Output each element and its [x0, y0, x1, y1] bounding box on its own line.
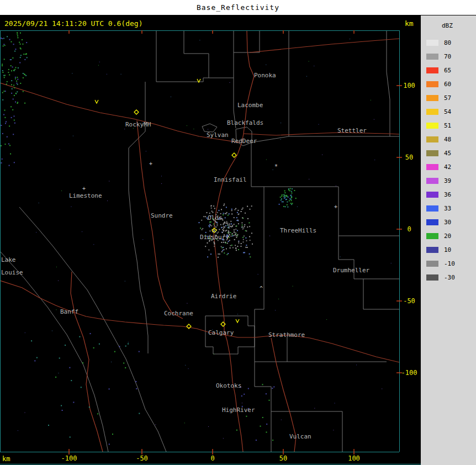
echo-pixel	[59, 373, 59, 373]
echo-pixel	[208, 129, 208, 130]
echo-pixel	[336, 186, 336, 186]
echo-pixel	[58, 281, 59, 281]
echo-pixel	[14, 115, 15, 117]
echo-pixel	[246, 245, 247, 246]
echo-pixel	[247, 206, 248, 207]
echo-pixel	[226, 254, 228, 255]
echo-pixel	[225, 217, 226, 218]
echo-pixel	[146, 151, 146, 151]
echo-pixel	[61, 405, 62, 406]
echo-pixel	[306, 76, 307, 77]
echo-pixel	[248, 222, 250, 223]
echo-pixel	[281, 200, 282, 201]
echo-pixel	[234, 229, 235, 230]
echo-pixel	[237, 246, 238, 247]
echo-pixel	[229, 240, 230, 241]
legend-color-swatch	[426, 95, 438, 101]
echo-pixel	[10, 65, 12, 66]
echo-pixel	[221, 246, 222, 247]
echo-pixel	[250, 240, 251, 241]
echo-pixel	[107, 200, 108, 201]
echo-pixel	[24, 73, 25, 75]
echo-pixel	[12, 88, 13, 89]
echo-pixel	[231, 210, 232, 211]
city-label: Louise	[1, 269, 23, 276]
echo-pixel	[314, 408, 315, 409]
echo-pixel	[222, 250, 223, 251]
echo-pixel	[218, 231, 219, 232]
echo-pixel	[1, 125, 2, 126]
echo-pixel	[142, 239, 143, 240]
echo-pixel	[292, 203, 293, 204]
echo-pixel	[4, 77, 5, 78]
echo-pixel	[4, 75, 6, 76]
county-boundary	[271, 411, 342, 452]
city-label: Calgary	[208, 329, 234, 336]
echo-pixel	[5, 91, 6, 92]
echo-pixel	[3, 45, 4, 46]
echo-pixel	[14, 51, 15, 52]
echo-pixel	[2, 99, 3, 101]
echo-pixel	[242, 237, 244, 238]
echo-pixel	[185, 365, 186, 366]
echo-pixel	[243, 228, 244, 229]
echo-pixel	[71, 207, 72, 207]
echo-pixel	[55, 377, 56, 378]
radar-echo-cluster	[199, 204, 253, 258]
map-symbol: +	[82, 186, 86, 192]
echo-pixel	[309, 179, 309, 179]
echo-pixel	[218, 257, 219, 258]
echo-pixel	[10, 106, 12, 107]
echo-pixel	[228, 226, 229, 228]
echo-pixel	[236, 217, 237, 218]
echo-pixel	[17, 91, 18, 92]
echo-pixel	[20, 44, 21, 45]
echo-pixel	[221, 247, 223, 249]
window-title: Base_Reflectivity	[197, 3, 279, 12]
echo-pixel	[241, 246, 242, 247]
color-scale-panel: dBZ 80706560575451484542393633302010-10-…	[421, 15, 476, 465]
echo-pixel	[119, 346, 120, 347]
city-label: Airdrie	[211, 293, 236, 300]
echo-pixel	[284, 192, 285, 193]
echo-pixel	[224, 252, 225, 253]
county-boundary	[363, 279, 399, 309]
legend-color-swatch	[426, 274, 438, 281]
radar-app-window: Base_Reflectivity 2025/09/21 14:11:20 UT…	[0, 0, 476, 465]
legend-value: 10	[444, 246, 451, 253]
legend-color-swatch	[426, 247, 438, 253]
echo-pixel	[241, 243, 242, 244]
echo-pixel	[241, 209, 242, 210]
boundaries-layer	[0, 31, 399, 452]
echo-pixel	[15, 93, 17, 94]
legend-color-swatch	[426, 164, 438, 170]
echo-pixel	[291, 191, 292, 192]
echo-pixel	[2, 64, 3, 65]
legend-value: 80	[444, 39, 451, 46]
echo-pixel	[241, 223, 242, 224]
echo-pixel	[285, 206, 286, 207]
echo-pixel	[235, 229, 236, 230]
highway	[0, 281, 399, 362]
echo-pixel	[235, 232, 236, 234]
radar-echo-cluster	[1, 32, 28, 104]
echo-pixel	[201, 220, 202, 221]
echo-pixel	[20, 33, 21, 34]
legend-color-swatch	[426, 136, 438, 142]
echo-pixel	[121, 74, 121, 75]
echo-pixel	[223, 230, 224, 231]
y-tick-label: -50	[403, 297, 415, 305]
legend-color-swatch	[426, 81, 438, 87]
x-axis-unit-label: km	[2, 455, 10, 463]
echo-pixel	[286, 199, 287, 200]
echo-pixel	[210, 205, 211, 207]
echo-pixel	[12, 57, 13, 59]
echo-pixel	[241, 395, 242, 397]
city-label: Stettler	[337, 127, 367, 134]
echo-pixel	[12, 109, 13, 110]
echo-pixel	[223, 214, 224, 215]
echo-pixel	[218, 253, 219, 255]
echo-pixel	[291, 200, 292, 201]
city-label: RockyMH	[125, 121, 151, 128]
echo-pixel	[266, 160, 267, 160]
